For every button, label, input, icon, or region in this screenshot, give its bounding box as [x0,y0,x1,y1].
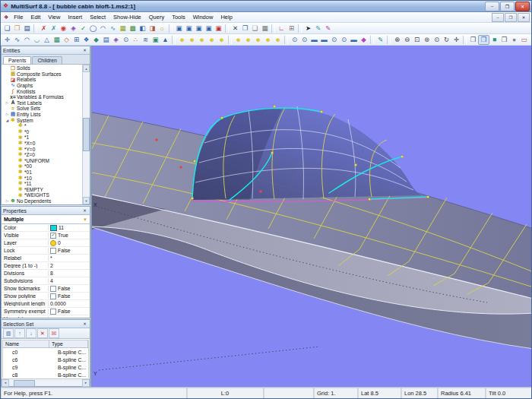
entities-panel-caption[interactable]: Entities ✕ [2,46,90,55]
menu-item[interactable]: Tools [168,14,189,21]
wireframe-mode-icon[interactable]: ❒ [468,35,478,44]
property-value[interactable]: 2 [49,263,90,268]
property-row[interactable]: User data [2,315,90,318]
open-file-icon[interactable]: ❒ [12,24,22,33]
property-control-icon[interactable] [50,293,56,299]
insert-blend-icon[interactable]: ❖ [81,35,91,44]
show-only-bulb-icon[interactable]: ● [217,35,226,44]
column-header-type[interactable]: Type [49,340,88,348]
show-all-bulb-icon[interactable]: ● [177,35,187,44]
view-window-4-icon[interactable]: ▣ [204,24,214,33]
property-value[interactable]: False [49,286,90,292]
tree-scrollbar[interactable]: ▲ ▼ [82,65,90,204]
rotate-view-icon[interactable]: ↻ [442,35,451,44]
axes-icon[interactable]: ∟ [277,24,287,33]
viewport-3d[interactable]: X Y [91,46,531,387]
snap-grid-icon[interactable]: ⊞ [287,24,296,33]
scroll-up-icon[interactable]: ▲ [83,65,90,72]
selection-list-header[interactable]: Name Type [3,340,88,348]
property-value[interactable]: 0 [49,240,90,246]
section-mode-icon[interactable]: ▭ [519,35,529,44]
top-view-icon[interactable]: ▬ [309,35,319,44]
tree-item[interactable]: ✱ *Z=0 [2,152,82,158]
view-window-red-icon[interactable]: ▣ [214,24,223,33]
grid-icon[interactable]: ▦ [260,24,270,33]
iso-view-icon[interactable]: ⊙ [339,35,349,44]
close-button[interactable]: ✕ [515,2,530,11]
property-control-icon[interactable] [50,248,56,254]
view-window-1-icon[interactable]: ▣ [174,24,184,33]
property-value[interactable]: True [49,233,90,239]
tree-item[interactable]: ✱ *01 [2,169,82,176]
property-value[interactable]: 8 [49,271,90,276]
show-parents-bulb-icon[interactable]: ● [187,35,197,44]
property-value[interactable]: False [49,309,90,315]
insert-arc-icon[interactable]: ◠ [22,35,32,44]
tree-expander-icon[interactable]: ▷ [5,101,10,105]
selection-list-icon[interactable]: ▥ [3,328,14,338]
rendered-mode-icon[interactable]: ❒ [499,35,509,44]
insert-curve-icon[interactable]: ∿ [12,35,22,44]
marker-flag-icon[interactable]: ◆ [359,35,369,44]
shaded-mode-icon[interactable]: ■ [489,35,499,44]
check-model-icon[interactable]: ✓ [78,24,88,33]
property-row[interactable]: Weight/unit length 0.0000 [2,300,90,308]
insert-formula-icon[interactable]: ∴ [131,35,141,44]
tree-item[interactable]: ✱ *EMPTY [2,186,82,192]
point-entity-icon[interactable]: ◉ [59,24,68,33]
tree-item[interactable]: ✱ *1 [2,135,82,141]
arc-entity-icon[interactable]: ◠ [98,24,108,33]
show-curves-bulb-icon[interactable]: ● [243,35,253,44]
menu-item[interactable]: File [10,14,27,21]
insert-surface-icon[interactable]: ▦ [52,35,62,44]
menu-item[interactable]: Window [189,14,217,21]
property-row[interactable]: Lock False [2,247,90,255]
tree-item[interactable]: ✱ *11 [2,181,82,187]
insert-magnet-icon[interactable]: ◇ [62,35,71,44]
insert-frame-icon[interactable]: ◈ [111,35,121,44]
property-row[interactable]: Color 11 [2,224,90,232]
scroll-down-icon[interactable]: ▼ [83,197,90,204]
tree-item[interactable]: ◢ ✱ System [2,117,82,123]
insert-solid-icon[interactable]: ◆ [91,35,101,44]
close-panel-icon[interactable]: ✕ [81,321,88,326]
undelete-entity-icon[interactable]: ✗ [49,24,59,33]
side-view-icon[interactable]: ▬ [319,35,329,44]
tree-expander-icon[interactable]: ▷ [5,112,10,116]
property-value[interactable]: 11 [49,225,90,231]
measure-pen-icon[interactable]: ✎ [375,35,385,44]
selection-set-caption[interactable]: Selection Set ✕ [2,320,90,328]
tab-parents[interactable]: Parents [3,56,31,64]
solid-entity-icon[interactable]: ◨ [147,24,157,33]
save-file-icon[interactable]: ▤ [22,24,32,33]
insert-grid-icon[interactable]: ⊞ [71,35,81,44]
selection-row[interactable]: c8 B-spline C... [3,371,88,378]
hide-bulb-icon[interactable]: ● [207,35,217,44]
property-value[interactable]: False [49,248,90,254]
patch-entity-icon[interactable]: ◧ [138,24,147,33]
new-file-icon[interactable]: ❏ [2,24,12,33]
insert-ring-icon[interactable]: ⊙ [121,35,131,44]
selection-row[interactable]: c6 B-spline C... [3,356,88,363]
selection-row[interactable]: c0 B-spline C... [3,348,88,356]
scroll-thumb[interactable] [83,118,90,151]
property-row[interactable]: Visible True [2,232,90,239]
tree-item[interactable]: ▷ ⊕ No Dependents [2,198,82,204]
zoom-out-icon[interactable]: ⊖ [402,35,412,44]
scroll-right-icon[interactable]: ► [82,379,90,387]
selection-row[interactable]: c9 B-spline C... [3,363,88,371]
menu-item[interactable]: Edit [27,14,44,21]
property-control-icon[interactable] [50,225,57,231]
column-header-name[interactable]: Name [3,340,49,348]
paste-icon[interactable]: ❑ [250,24,260,33]
orbit-disc-icon[interactable]: ⊙ [290,35,299,44]
mdi-restore-button[interactable]: ❐ [505,13,517,22]
pan-disc-icon[interactable]: ⊙ [299,35,309,44]
hidden-line-mode-icon[interactable]: ❒ [478,35,489,45]
close-view-icon[interactable]: ✕ [230,24,240,33]
show-children-bulb-icon[interactable]: ● [197,35,207,44]
scroll-left-icon[interactable]: ◄ [2,379,9,387]
view-window-3-icon[interactable]: ▣ [194,24,204,33]
ring-entity-icon[interactable]: ◯ [88,24,98,33]
tree-item[interactable]: ✱ *0 [2,129,82,135]
